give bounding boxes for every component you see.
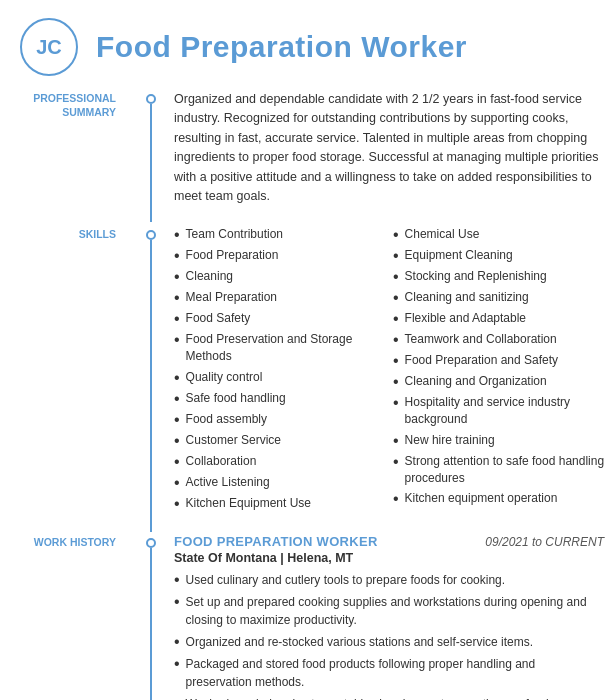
skill-text: Active Listening [186, 474, 270, 491]
work-bullet-dot: • [174, 594, 180, 610]
skill-text: Cleaning and sanitizing [405, 289, 529, 306]
skills-body: •Team Contribution•Food Preparation•Clea… [162, 222, 616, 532]
skill-item: •Cleaning [174, 268, 389, 285]
skill-bullet: • [393, 454, 399, 470]
work-bullet-text: Set up and prepared cooking supplies and… [186, 593, 604, 629]
skill-bullet: • [393, 290, 399, 306]
skill-bullet: • [393, 332, 399, 348]
skill-bullet: • [393, 248, 399, 264]
skill-bullet: • [393, 269, 399, 285]
skills-dot [146, 230, 156, 240]
skill-item: •Team Contribution [174, 226, 389, 243]
skill-text: Cleaning and Organization [405, 373, 547, 390]
skill-text: Cleaning [186, 268, 233, 285]
skill-text: Food assembly [186, 411, 267, 428]
skills-right-col: •Chemical Use•Equipment Cleaning•Stockin… [393, 226, 608, 516]
skill-text: Collaboration [186, 453, 257, 470]
skill-text: Customer Service [186, 432, 281, 449]
work-bullet-item: •Used culinary and cutlery tools to prep… [174, 571, 604, 589]
summary-line [150, 104, 152, 222]
skill-item: •Food Safety [174, 310, 389, 327]
skill-text: Strong attention to safe food handling p… [405, 453, 608, 487]
skill-bullet: • [393, 227, 399, 243]
skill-text: Equipment Cleaning [405, 247, 513, 264]
skill-item: •Safe food handling [174, 390, 389, 407]
work-bullet-text: Washed, peeled and cut vegetables in adv… [186, 695, 604, 700]
skill-item: •Stocking and Replenishing [393, 268, 608, 285]
summary-label-container: PROFESSIONAL SUMMARY [0, 88, 140, 222]
skill-item: •Active Listening [174, 474, 389, 491]
skill-bullet: • [174, 311, 180, 327]
skill-bullet: • [174, 370, 180, 386]
work-employer: State Of Montana | Helena, MT [174, 551, 604, 565]
skill-text: Teamwork and Collaboration [405, 331, 557, 348]
skills-line [150, 240, 152, 532]
work-bullet-text: Used culinary and cutlery tools to prepa… [186, 571, 506, 589]
skill-bullet: • [174, 290, 180, 306]
skill-text: Kitchen equipment operation [405, 490, 558, 507]
skill-item: •Food Preparation and Safety [393, 352, 608, 369]
skill-text: Safe food handling [186, 390, 286, 407]
skill-text: New hire training [405, 432, 495, 449]
skill-bullet: • [393, 491, 399, 507]
work-bullets: •Used culinary and cutlery tools to prep… [174, 571, 604, 700]
skill-item: •New hire training [393, 432, 608, 449]
skill-item: •Hospitality and service industry backgr… [393, 394, 608, 428]
work-bullet-dot: • [174, 634, 180, 650]
skill-bullet: • [174, 332, 180, 348]
skill-item: •Meal Preparation [174, 289, 389, 306]
skill-item: •Food assembly [174, 411, 389, 428]
summary-dot [146, 94, 156, 104]
skill-item: •Kitchen equipment operation [393, 490, 608, 507]
work-line [150, 548, 152, 700]
skill-text: Chemical Use [405, 226, 480, 243]
work-bullet-text: Packaged and stored food products follow… [186, 655, 604, 691]
work-label: WORK HISTORY [34, 536, 128, 550]
resume-page: JC Food Preparation Worker PROFESSIONAL … [0, 0, 616, 700]
work-bullet-item: •Washed, peeled and cut vegetables in ad… [174, 695, 604, 700]
work-body: FOOD PREPARATION WORKER 09/2021 to CURRE… [162, 532, 616, 700]
work-bullet-item: •Organized and re-stocked various statio… [174, 633, 604, 651]
skill-bullet: • [174, 412, 180, 428]
skill-item: •Teamwork and Collaboration [393, 331, 608, 348]
work-title-row: FOOD PREPARATION WORKER 09/2021 to CURRE… [174, 534, 604, 549]
skill-bullet: • [174, 454, 180, 470]
summary-text: Organized and dependable candidate with … [162, 88, 616, 222]
skill-bullet: • [174, 496, 180, 512]
skill-bullet: • [174, 227, 180, 243]
work-bullet-item: •Packaged and stored food products follo… [174, 655, 604, 691]
work-bullet-dot: • [174, 696, 180, 700]
skill-item: •Collaboration [174, 453, 389, 470]
skill-text: Food Safety [186, 310, 251, 327]
skill-bullet: • [174, 248, 180, 264]
work-dot [146, 538, 156, 548]
skill-text: Kitchen Equipment Use [186, 495, 311, 512]
skill-bullet: • [174, 433, 180, 449]
skills-label-container: SKILLS [0, 222, 140, 532]
skill-item: •Cleaning and Organization [393, 373, 608, 390]
skill-item: •Customer Service [174, 432, 389, 449]
skill-text: Stocking and Replenishing [405, 268, 547, 285]
work-job-title: FOOD PREPARATION WORKER [174, 534, 378, 549]
summary-label: PROFESSIONAL SUMMARY [33, 92, 128, 119]
skill-bullet: • [174, 269, 180, 285]
header: JC Food Preparation Worker [0, 0, 616, 88]
skill-text: Flexible and Adaptable [405, 310, 526, 327]
skill-bullet: • [174, 391, 180, 407]
skill-text: Quality control [186, 369, 263, 386]
skill-bullet: • [393, 395, 399, 411]
skill-bullet: • [393, 374, 399, 390]
skills-left-col: •Team Contribution•Food Preparation•Clea… [174, 226, 389, 516]
skills-label: SKILLS [79, 228, 128, 242]
page-title: Food Preparation Worker [96, 30, 467, 64]
skill-item: •Kitchen Equipment Use [174, 495, 389, 512]
work-section: WORK HISTORY FOOD PREPARATION WORKER 09/… [0, 532, 616, 700]
work-bullet-dot: • [174, 572, 180, 588]
skill-item: •Equipment Cleaning [393, 247, 608, 264]
skill-item: •Strong attention to safe food handling … [393, 453, 608, 487]
work-label-container: WORK HISTORY [0, 532, 140, 700]
skill-item: •Food Preservation and Storage Methods [174, 331, 389, 365]
skill-text: Food Preservation and Storage Methods [186, 331, 389, 365]
skill-text: Food Preparation and Safety [405, 352, 558, 369]
skill-bullet: • [393, 311, 399, 327]
